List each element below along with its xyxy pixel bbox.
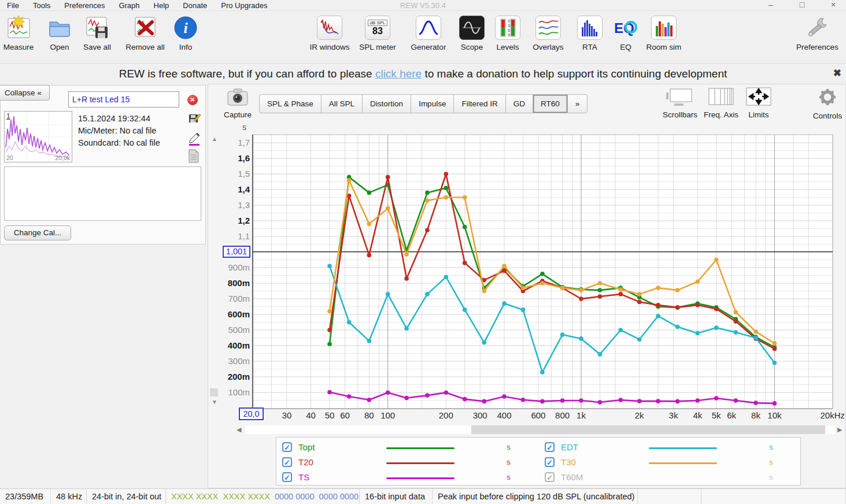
legend-row-topt: ✓Topts [276, 440, 539, 455]
tab-rt60[interactable]: RT60 [533, 94, 568, 113]
legend-line-sample [649, 447, 717, 449]
freq-axis-button[interactable]: Freq. Axis [702, 87, 740, 119]
trace-color-icon[interactable] [188, 132, 201, 148]
legend-checkbox-edt[interactable]: ✓ [545, 442, 555, 452]
legend-checkbox-topt[interactable]: ✓ [282, 442, 292, 452]
eq-icon: EQ [613, 14, 638, 42]
status-bar: 23/359MB48 kHz24-bit in, 24-bit outXXXX … [0, 488, 846, 504]
tab--[interactable]: » [567, 94, 588, 113]
cursor-x-value: 20,0 [239, 407, 264, 420]
measure-icon [1, 14, 36, 42]
legend-checkbox-ts[interactable]: ✓ [282, 472, 292, 482]
scope-button[interactable]: Scope [457, 14, 487, 51]
limits-button[interactable]: Limits [745, 87, 773, 119]
tab-gd[interactable]: GD [505, 94, 533, 113]
y-axis-scroll-up-icon[interactable]: ▲ [212, 136, 217, 142]
menu-bar: FileToolsPreferencesGraphHelpDonatePro U… [0, 0, 846, 11]
notes-icon[interactable] [188, 149, 200, 165]
svg-text:6: 6 [508, 28, 510, 32]
measurement-notes-input[interactable] [4, 166, 201, 221]
thumb-freq-left: 20 [6, 154, 13, 161]
graph-tabs: SPL & PhaseAll SPLDistortionImpulseFilte… [259, 94, 587, 113]
minimize-button[interactable]: – [762, 0, 779, 9]
menu-item-tools[interactable]: Tools [26, 1, 57, 10]
svg-text:i: i [183, 20, 188, 36]
legend-label: TS [298, 472, 309, 482]
legend-row-t60m: ✓T60Ms [539, 470, 801, 486]
donate-link[interactable]: click here [375, 68, 422, 80]
legend: ✓Topts✓T20s✓TSs✓EDTs✓T30s✓T60Ms [276, 437, 801, 486]
legend-line-sample [649, 462, 717, 464]
ir-windows-icon [309, 14, 350, 42]
hscroll-right-icon[interactable]: ▶ [837, 426, 842, 433]
legend-label: T30 [561, 457, 576, 467]
remove-all-button[interactable]: Remove all [122, 14, 168, 51]
legend-checkbox-t30[interactable]: ✓ [545, 457, 555, 467]
collapse-panel-button[interactable]: Collapse « [0, 85, 50, 101]
menu-item-pro-upgrades[interactable]: Pro Upgrades [214, 1, 274, 10]
info-icon: i [171, 14, 200, 42]
maximize-button[interactable]: □ [793, 0, 811, 9]
levels-icon: 03 69 [492, 14, 524, 42]
generator-button[interactable]: Generator [408, 14, 449, 51]
tab-all-spl[interactable]: All SPL [321, 94, 363, 113]
y-axis-scroll-handle[interactable] [210, 388, 218, 396]
legend-checkbox-t60m[interactable]: ✓ [545, 472, 555, 482]
room-sim-button[interactable]: Room sim [643, 14, 685, 51]
save-measurement-icon[interactable] [188, 112, 201, 127]
remove-measurement-icon[interactable]: ✕ [187, 95, 198, 105]
change-cal-button[interactable]: Change Cal... [4, 225, 71, 240]
y-axis-unit: s [242, 123, 246, 132]
legend-line-sample [386, 477, 455, 479]
status-text: 48 kHz [56, 492, 82, 501]
status-cell-5: Peak input before clipping 120 dB SPL (u… [433, 489, 638, 504]
tab-filtered-ir[interactable]: Filtered IR [453, 94, 505, 113]
y-axis-scroll-down-icon[interactable]: ▼ [212, 399, 217, 405]
info-button[interactable]: i Info [171, 14, 200, 51]
legend-label: T60M [561, 472, 583, 482]
status-cell-6 [638, 489, 701, 504]
measurement-name-input[interactable]: L+R test Led 15 [68, 91, 179, 108]
legend-checkbox-t20[interactable]: ✓ [282, 457, 292, 467]
controls-button[interactable]: Controls [811, 87, 844, 120]
levels-button[interactable]: 03 69 Levels [492, 14, 524, 51]
tab-impulse[interactable]: Impulse [411, 94, 454, 113]
menu-item-graph[interactable]: Graph [112, 1, 146, 10]
legend-line-sample [386, 462, 455, 464]
scope-icon [457, 14, 487, 42]
close-button[interactable]: × [825, 0, 842, 9]
status-text: 24-bit in, 24-bit out [92, 492, 161, 501]
preferences-button[interactable]: Preferences [796, 14, 838, 51]
open-button[interactable]: Open [43, 14, 76, 51]
capture-button[interactable]: Capture [223, 87, 252, 119]
hscroll-thumb[interactable] [471, 425, 825, 434]
tab-spl-phase[interactable]: SPL & Phase [259, 94, 322, 113]
eq-button[interactable]: EQ EQ [613, 14, 638, 51]
menu-item-donate[interactable]: Donate [176, 1, 214, 10]
rta-button[interactable]: RTA [575, 14, 604, 51]
camera-icon [226, 87, 249, 108]
legend-unit: s [769, 473, 773, 481]
menu-item-preferences[interactable]: Preferences [57, 1, 112, 10]
spl-meter-button[interactable]: dB SPL 83 SPL meter [356, 14, 399, 51]
rta-icon [575, 14, 604, 42]
overlays-button[interactable]: Overlays [529, 14, 568, 51]
menu-bar-items: FileToolsPreferencesGraphHelpDonatePro U… [0, 1, 274, 10]
ir-windows-button[interactable]: IR windows [309, 14, 350, 51]
measurement-thumbnail[interactable]: 1 20 20,0k [4, 111, 72, 162]
freq-axis-icon [708, 87, 734, 106]
tab-distortion[interactable]: Distortion [362, 94, 411, 113]
menu-item-file[interactable]: File [0, 1, 26, 10]
measure-button[interactable]: Measure [1, 14, 36, 51]
legend-row-ts: ✓TSs [276, 470, 539, 486]
menu-item-help[interactable]: Help [147, 1, 176, 10]
status-text: 23/359MB [5, 492, 43, 501]
status-text: 0000 0000 0000 0000 [270, 492, 359, 501]
svg-text:0: 0 [508, 19, 510, 23]
status-cell-1: 48 kHz [51, 489, 87, 504]
hscroll-left-icon[interactable]: ◀ [237, 426, 241, 433]
legend-unit: s [769, 458, 773, 466]
scrollbars-button[interactable]: Scrollbars [663, 87, 695, 119]
save-all-button[interactable]: Save all [79, 14, 116, 51]
banner-close-icon[interactable]: ✖ [833, 67, 841, 79]
